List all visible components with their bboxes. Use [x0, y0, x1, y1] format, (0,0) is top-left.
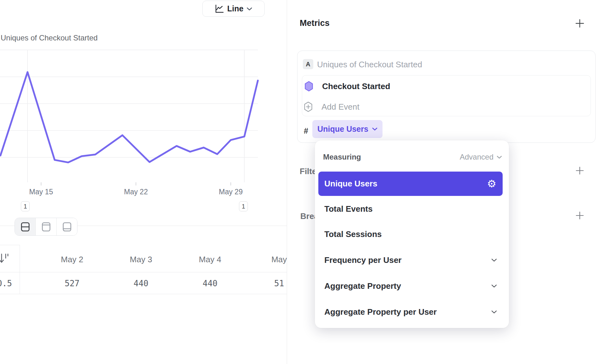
chart-type-button[interactable]: Line	[202, 1, 265, 17]
split-view-icon	[21, 222, 30, 232]
gear-icon[interactable]: ⚙	[487, 179, 496, 189]
metric-letter-badge: A	[303, 59, 313, 69]
add-metric-button[interactable]	[574, 18, 585, 29]
table-cell: 440	[175, 279, 245, 288]
measuring-popup-header: Measuring Advanced	[323, 153, 502, 161]
selected-item-label: Unique Users	[324, 179, 377, 189]
plus-icon	[575, 19, 585, 28]
svg-text:May 29: May 29	[219, 188, 242, 196]
table-header[interactable]: May 4	[175, 254, 245, 265]
sort-descending-icon[interactable]	[0, 253, 11, 265]
table-header[interactable]: May 3	[107, 254, 175, 265]
menu-item-label: Aggregate Property	[324, 281, 401, 291]
menu-item-total-sessions[interactable]: Total Sessions	[318, 222, 503, 246]
table-row-border	[0, 294, 287, 294]
add-event-label: Add Event	[321, 102, 359, 112]
chevron-down-icon	[497, 155, 502, 159]
table-header-border	[0, 272, 287, 272]
line-chart: May 15May 22May 29	[0, 0, 288, 209]
table-header[interactable]: May 2	[38, 254, 107, 265]
table-cell: 440	[107, 279, 175, 288]
measure-prefix: #	[304, 126, 308, 136]
table-row-label: 0.5	[0, 279, 12, 288]
menu-item-aggregate-property-per-user[interactable]: Aggregate Property per User	[318, 300, 503, 324]
menu-item-total-events[interactable]: Total Events	[318, 197, 503, 221]
page-badge-left[interactable]: 1	[21, 201, 30, 211]
chevron-down-icon	[372, 127, 377, 131]
menu-item-frequency-per-user[interactable]: Frequency per User	[318, 248, 503, 272]
measure-dropdown-label: Unique Users	[317, 124, 368, 134]
layout-toggle-chart-only[interactable]	[36, 218, 57, 235]
menu-item-label: Total Events	[324, 204, 373, 214]
menu-item-unique-users-selected[interactable]: Unique Users ⚙	[318, 172, 503, 196]
table-header[interactable]: May	[245, 254, 314, 265]
plus-icon	[575, 211, 584, 220]
menu-item-aggregate-property[interactable]: Aggregate Property	[318, 274, 503, 298]
layout-toggle-group	[15, 218, 77, 236]
menu-item-label: Frequency per User	[324, 255, 401, 265]
menu-item-label: Total Sessions	[324, 229, 382, 239]
plus-icon	[575, 166, 584, 175]
add-breakdown-button[interactable]	[574, 210, 585, 221]
chart-title: Uniques of Checkout Started	[1, 33, 98, 42]
advanced-mode-toggle[interactable]: Advanced	[460, 153, 502, 161]
chart-type-label: Line	[227, 4, 243, 13]
chevron-down-icon	[491, 258, 497, 262]
panel-divider	[287, 0, 287, 364]
advanced-label: Advanced	[460, 153, 493, 161]
layout-toggle-table-only[interactable]	[57, 218, 77, 235]
svg-text:May 15: May 15	[29, 188, 53, 196]
chevron-down-icon	[491, 284, 497, 288]
layout-toggle-split-view[interactable]	[15, 218, 36, 235]
table-border	[0, 245, 20, 245]
event-row[interactable]: Checkout Started	[304, 81, 586, 92]
page-badge-right[interactable]: 1	[239, 201, 248, 211]
metric-title: Uniques of Checkout Started	[317, 60, 422, 70]
hexagon-event-icon	[304, 81, 313, 92]
event-name: Checkout Started	[322, 82, 390, 91]
table-cell: 527	[38, 279, 107, 288]
chart-only-icon	[42, 222, 51, 232]
chevron-down-icon	[247, 7, 252, 11]
metrics-section-title: Metrics	[300, 18, 330, 28]
add-event-hexagon-icon	[304, 101, 313, 112]
svg-text:May 22: May 22	[124, 188, 148, 196]
add-event-button[interactable]: Add Event	[304, 101, 585, 112]
measuring-label: Measuring	[323, 153, 361, 161]
table-cell: 51	[245, 279, 314, 288]
chevron-down-icon	[491, 310, 497, 314]
line-chart-icon	[215, 4, 224, 14]
add-filter-button[interactable]	[574, 165, 585, 176]
table-column-divider	[20, 245, 20, 294]
menu-item-label: Aggregate Property per User	[324, 307, 437, 317]
measure-dropdown[interactable]: Unique Users	[312, 120, 383, 138]
table-only-icon	[63, 222, 71, 232]
